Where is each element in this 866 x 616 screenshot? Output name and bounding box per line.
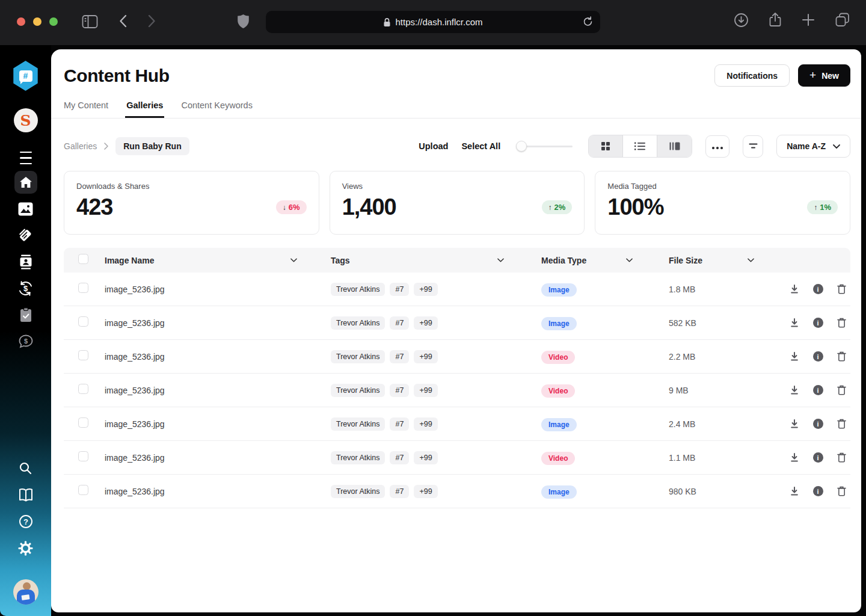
delete-icon[interactable]	[836, 452, 847, 463]
select-all-button[interactable]: Select All	[461, 141, 500, 151]
tag-chip[interactable]: Trevor Atkins	[331, 451, 385, 464]
exchange-dollar-icon[interactable]: $	[0, 280, 51, 297]
more-options-button[interactable]	[705, 135, 729, 158]
thumbnail-size-slider[interactable]	[516, 141, 573, 152]
team-logo[interactable]: S	[0, 108, 51, 132]
home-icon[interactable]	[0, 171, 51, 194]
address-bar[interactable]: https://dash.inflcr.com	[266, 11, 600, 33]
row-checkbox[interactable]	[78, 316, 88, 327]
info-icon[interactable]: i	[812, 385, 823, 396]
back-icon[interactable]	[119, 14, 127, 28]
delete-icon[interactable]	[836, 385, 847, 396]
tag-chip[interactable]: #7	[390, 485, 409, 498]
share-icon[interactable]	[769, 12, 782, 30]
tag-chip[interactable]: +99	[414, 485, 437, 498]
info-icon[interactable]: i	[812, 351, 823, 362]
filter-button[interactable]	[743, 135, 763, 158]
forward-icon[interactable]	[148, 14, 156, 28]
tag-chip[interactable]: Trevor Atkins	[331, 384, 385, 397]
chevron-down-icon[interactable]	[748, 258, 754, 262]
minimize-window-button[interactable]	[33, 17, 41, 26]
delete-icon[interactable]	[836, 486, 847, 497]
zoom-window-button[interactable]	[49, 17, 58, 26]
tab-content-keywords[interactable]: Content Keywords	[181, 100, 252, 118]
tag-chip[interactable]: Trevor Atkins	[331, 417, 385, 431]
inflcr-logo[interactable]: #	[0, 61, 51, 91]
delete-icon[interactable]	[836, 351, 847, 362]
sort-dropdown[interactable]: Name A-Z	[776, 135, 850, 158]
settings-gear-icon[interactable]	[0, 541, 51, 556]
help-icon[interactable]: ?	[0, 514, 51, 529]
new-tab-icon[interactable]	[802, 13, 815, 29]
grid-view-button[interactable]	[589, 135, 623, 157]
download-icon[interactable]	[789, 419, 800, 430]
tag-chip[interactable]: +99	[414, 283, 437, 296]
info-icon[interactable]: i	[812, 318, 823, 328]
column-tags[interactable]: Tags	[331, 256, 350, 265]
tag-chip[interactable]: +99	[414, 417, 437, 431]
list-view-button[interactable]	[623, 135, 657, 157]
user-avatar[interactable]	[0, 579, 51, 605]
privacy-shield-icon[interactable]	[237, 14, 250, 29]
close-window-button[interactable]	[17, 17, 25, 26]
tag-chip[interactable]: #7	[390, 451, 409, 464]
reload-icon[interactable]	[583, 16, 593, 29]
tags-icon[interactable]	[0, 227, 51, 243]
delete-icon[interactable]	[836, 284, 847, 295]
tag-chip[interactable]: +99	[414, 451, 437, 464]
info-icon[interactable]: i	[812, 486, 823, 497]
breadcrumb-current-chip[interactable]: Run Baby Run	[115, 137, 189, 155]
delete-icon[interactable]	[836, 318, 847, 328]
tag-chip[interactable]: Trevor Atkins	[331, 350, 385, 363]
breadcrumb-galleries[interactable]: Galleries	[64, 141, 97, 151]
tag-chip[interactable]: #7	[390, 316, 409, 330]
roster-contact-icon[interactable]	[0, 254, 51, 270]
info-icon[interactable]: i	[812, 284, 823, 295]
chevron-down-icon[interactable]	[497, 258, 504, 262]
tag-chip[interactable]: Trevor Atkins	[331, 316, 385, 330]
column-file-size[interactable]: File Size	[669, 256, 702, 265]
download-icon[interactable]	[789, 452, 800, 463]
delete-icon[interactable]	[836, 419, 847, 430]
notifications-button[interactable]: Notifications	[714, 64, 790, 87]
info-icon[interactable]: i	[812, 452, 823, 463]
chevron-down-icon[interactable]	[626, 258, 633, 262]
board-view-button[interactable]	[657, 135, 692, 157]
media-library-icon[interactable]	[0, 202, 51, 216]
tag-chip[interactable]: Trevor Atkins	[331, 485, 385, 498]
tab-galleries[interactable]: Galleries	[126, 100, 163, 118]
tag-chip[interactable]: Trevor Atkins	[331, 283, 385, 296]
info-icon[interactable]: i	[812, 419, 823, 430]
sidebar-toggle-icon[interactable]	[82, 14, 98, 29]
download-icon[interactable]	[789, 318, 800, 328]
row-checkbox[interactable]	[78, 417, 88, 428]
download-icon[interactable]	[789, 284, 800, 295]
column-image-name[interactable]: Image Name	[105, 256, 154, 265]
tag-chip[interactable]: #7	[390, 283, 409, 296]
select-all-checkbox[interactable]	[78, 254, 88, 264]
row-checkbox[interactable]	[78, 485, 88, 495]
slider-knob[interactable]	[516, 141, 527, 152]
tag-chip[interactable]: +99	[414, 384, 437, 397]
row-checkbox[interactable]	[78, 283, 88, 293]
tasks-clipboard-icon[interactable]	[0, 307, 51, 322]
upload-button[interactable]: Upload	[419, 141, 448, 151]
tag-chip[interactable]: #7	[390, 417, 409, 431]
download-icon[interactable]	[789, 351, 800, 362]
messages-dollar-icon[interactable]: $	[0, 334, 51, 349]
tag-chip[interactable]: #7	[390, 350, 409, 363]
downloads-icon[interactable]	[734, 13, 749, 30]
row-checkbox[interactable]	[78, 384, 88, 394]
download-icon[interactable]	[789, 486, 800, 497]
download-icon[interactable]	[789, 385, 800, 396]
row-checkbox[interactable]	[78, 451, 88, 461]
tag-chip[interactable]: #7	[390, 384, 409, 397]
tag-chip[interactable]: +99	[414, 316, 437, 330]
tag-chip[interactable]: +99	[414, 350, 437, 363]
search-icon[interactable]	[0, 461, 51, 475]
chevron-down-icon[interactable]	[290, 258, 297, 262]
playbook-icon[interactable]	[0, 488, 51, 502]
new-button[interactable]: + New	[798, 64, 850, 87]
tab-overview-icon[interactable]	[835, 12, 850, 30]
tab-my-content[interactable]: My Content	[64, 100, 108, 118]
